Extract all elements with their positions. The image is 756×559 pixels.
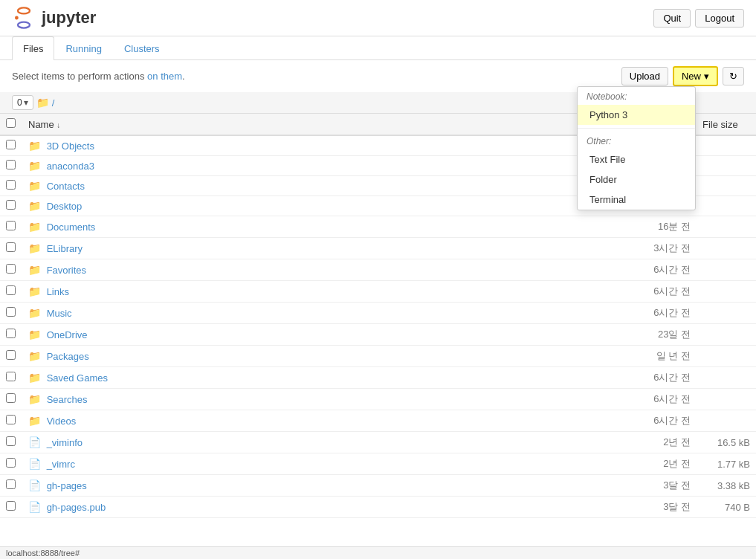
quit-button[interactable]: Quit: [653, 9, 691, 28]
row-checkbox[interactable]: [6, 180, 16, 190]
select-info-text: Select items to perform actions on them.: [12, 71, 185, 82]
row-checkbox-cell: [0, 432, 22, 453]
row-name-cell: 📁 Packages: [22, 346, 622, 367]
row-modified-cell: 3달 전: [622, 497, 697, 518]
header: jupyter Quit Logout: [0, 0, 756, 36]
row-checkbox[interactable]: [6, 501, 16, 511]
row-checkbox[interactable]: [6, 285, 16, 295]
row-checkbox-cell: [0, 389, 22, 410]
tab-running[interactable]: Running: [54, 36, 112, 60]
new-button[interactable]: New ▾: [673, 66, 718, 86]
svg-point-0: [18, 7, 30, 13]
file-name-link[interactable]: Links: [47, 286, 69, 297]
select-info-highlight: on them: [147, 71, 182, 82]
row-checkbox[interactable]: [6, 242, 16, 252]
file-name-link[interactable]: gh-pages: [47, 480, 87, 491]
row-checkbox-cell: [0, 156, 22, 176]
dropdown-divider: [578, 128, 695, 129]
row-checkbox[interactable]: [6, 415, 16, 424]
file-name-link[interactable]: ELibrary: [47, 243, 83, 254]
row-checkbox[interactable]: [6, 393, 16, 403]
row-checkbox-cell: [0, 410, 22, 432]
row-checkbox-cell: [0, 238, 22, 259]
folder-icon: 📁: [28, 264, 41, 276]
table-row: 📁 Packages 일 년 전: [0, 346, 756, 367]
logout-button[interactable]: Logout: [695, 9, 744, 28]
file-name-link[interactable]: Contacts: [47, 181, 85, 192]
row-checkbox[interactable]: [6, 372, 16, 381]
row-checkbox[interactable]: [6, 200, 16, 210]
row-size-cell: [697, 216, 756, 238]
select-all-checkbox[interactable]: [6, 118, 16, 128]
row-size-cell: [697, 238, 756, 259]
folder-option[interactable]: Folder: [578, 169, 695, 190]
file-name-link[interactable]: 3D Objects: [47, 140, 94, 152]
app-title: jupyter: [42, 8, 96, 28]
row-name-cell: 📁 ELibrary: [22, 238, 622, 259]
row-checkbox-cell: [0, 135, 22, 156]
row-checkbox[interactable]: [6, 350, 16, 360]
row-modified-cell: 3달 전: [622, 475, 697, 497]
row-checkbox[interactable]: [6, 160, 16, 169]
folder-icon: 📁: [28, 285, 41, 297]
jupyter-logo-icon: [12, 6, 36, 30]
col-name-header[interactable]: Name ↓: [22, 114, 622, 135]
row-name-cell: 📁 Saved Games: [22, 367, 622, 389]
row-modified-cell: 2년 전: [622, 432, 697, 453]
tab-clusters[interactable]: Clusters: [113, 36, 171, 60]
row-name-cell: 📁 Favorites: [22, 259, 622, 281]
row-size-cell: [697, 367, 756, 389]
file-name-link[interactable]: Favorites: [47, 265, 86, 276]
new-button-container: New ▾ Notebook: Python 3 Other: Text Fil…: [673, 66, 718, 86]
row-name-cell: 📁 anaconda3: [22, 156, 622, 176]
item-count: 0: [17, 97, 22, 108]
file-name-link[interactable]: _vimrc: [47, 459, 75, 470]
file-name-link[interactable]: Desktop: [47, 201, 83, 212]
row-name-cell: 📁 Documents: [22, 216, 622, 238]
file-icon: 📄: [28, 479, 41, 491]
row-checkbox[interactable]: [6, 458, 16, 468]
file-name-link[interactable]: Music: [47, 308, 72, 319]
row-name-cell: 📁 3D Objects: [22, 135, 622, 156]
breadcrumb-path[interactable]: /: [52, 97, 55, 109]
row-checkbox[interactable]: [6, 479, 16, 489]
new-dropdown-menu: Notebook: Python 3 Other: Text File Fold…: [577, 86, 696, 210]
row-checkbox-cell: [0, 176, 22, 196]
row-checkbox[interactable]: [6, 140, 16, 149]
file-name-link[interactable]: anaconda3: [47, 161, 94, 172]
col-size-header[interactable]: File size: [697, 114, 756, 135]
table-row: 📁 Music 6시간 전: [0, 303, 756, 324]
file-name-link[interactable]: _viminfo: [47, 437, 83, 448]
file-name-link[interactable]: Searches: [47, 394, 88, 405]
folder-icon: 📁: [28, 393, 41, 405]
folder-icon: 📁: [28, 415, 41, 427]
file-name-link[interactable]: Saved Games: [47, 372, 108, 384]
row-checkbox[interactable]: [6, 221, 16, 230]
row-modified-cell: 6시간 전: [622, 389, 697, 410]
row-modified-cell: 6시간 전: [622, 259, 697, 281]
tab-files[interactable]: Files: [12, 36, 54, 60]
row-name-cell: 📄 _viminfo: [22, 432, 622, 453]
row-name-cell: 📁 Searches: [22, 389, 622, 410]
folder-icon: 📁: [28, 160, 41, 172]
row-checkbox-cell: [0, 453, 22, 475]
terminal-option[interactable]: Terminal: [578, 190, 695, 210]
row-checkbox[interactable]: [6, 264, 16, 274]
row-checkbox[interactable]: [6, 307, 16, 317]
upload-button[interactable]: Upload: [621, 67, 668, 85]
text-file-option[interactable]: Text File: [578, 149, 695, 169]
file-name-link[interactable]: gh-pages.pub: [47, 502, 106, 513]
file-name-link[interactable]: Documents: [47, 222, 96, 233]
toolbar-right: Upload New ▾ Notebook: Python 3 Other: T…: [621, 66, 744, 86]
row-checkbox[interactable]: [6, 436, 16, 446]
row-modified-cell: 3시간 전: [622, 238, 697, 259]
breadcrumb-folder-icon: 📁: [36, 97, 49, 109]
refresh-button[interactable]: ↻: [723, 67, 744, 85]
file-name-link[interactable]: OneDrive: [47, 329, 88, 340]
count-dropdown-arrow[interactable]: ▾: [24, 97, 28, 108]
row-checkbox[interactable]: [6, 329, 16, 338]
file-name-link[interactable]: Packages: [47, 351, 89, 362]
row-checkbox-cell: [0, 346, 22, 367]
python3-option[interactable]: Python 3: [578, 105, 695, 125]
file-name-link[interactable]: Videos: [47, 416, 77, 427]
